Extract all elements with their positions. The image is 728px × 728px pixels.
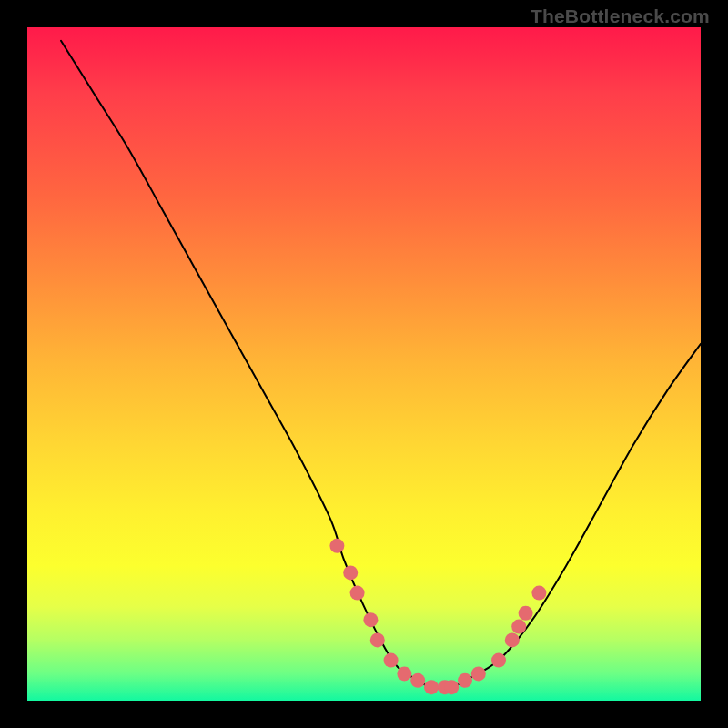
- highlight-dot: [505, 632, 520, 647]
- highlight-dot: [491, 653, 506, 668]
- highlight-dot: [410, 673, 425, 688]
- highlight-dot: [471, 666, 486, 681]
- highlight-dot: [370, 632, 385, 647]
- curve-layer: [27, 27, 701, 701]
- highlight-dot: [343, 565, 358, 580]
- highlight-dot: [458, 673, 472, 688]
- highlight-dots: [329, 539, 546, 694]
- highlight-dot: [397, 666, 411, 681]
- chart-stage: TheBottleneck.com: [0, 0, 728, 728]
- highlight-dot: [384, 653, 399, 668]
- highlight-dot: [424, 680, 439, 694]
- watermark-text: TheBottleneck.com: [531, 5, 710, 27]
- highlight-dot: [531, 586, 546, 601]
- highlight-dot: [329, 539, 344, 553]
- highlight-dot: [444, 680, 459, 694]
- highlight-dot: [350, 586, 365, 601]
- plot-area: [27, 27, 701, 701]
- bottleneck-curve: [61, 41, 701, 688]
- highlight-dot: [519, 606, 533, 621]
- highlight-dot: [363, 612, 378, 627]
- highlight-dot: [511, 620, 526, 634]
